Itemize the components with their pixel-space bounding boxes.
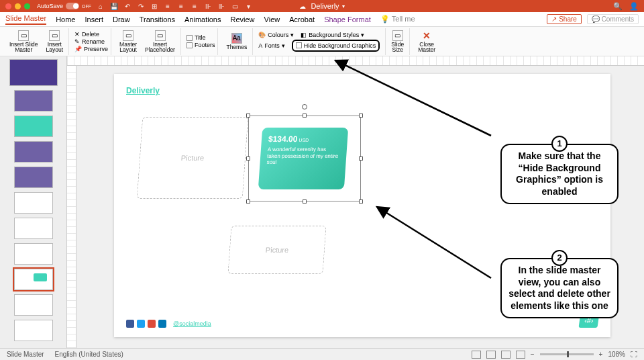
tab-review[interactable]: Review bbox=[230, 15, 254, 24]
callout-2-text: In the slide master view, you can also s… bbox=[508, 265, 610, 311]
normal-view-button[interactable] bbox=[472, 351, 481, 359]
document-title: Deliverly ▾ bbox=[299, 2, 344, 10]
title-checkbox[interactable]: Title bbox=[186, 34, 215, 41]
colours-dropdown[interactable]: 🎨Colours ▾ bbox=[258, 32, 294, 38]
close-window-icon[interactable] bbox=[5, 3, 11, 9]
tab-shape-format[interactable]: Shape Format bbox=[324, 15, 371, 24]
thumb-layout-selected[interactable] bbox=[14, 269, 53, 290]
tab-acrobat[interactable]: Acrobat bbox=[289, 15, 315, 24]
search-icon[interactable]: 🔍 bbox=[613, 2, 623, 11]
resize-handle-icon[interactable] bbox=[303, 199, 307, 204]
resize-handle-icon[interactable] bbox=[359, 114, 363, 118]
preserve-button[interactable]: 📌Preserve bbox=[74, 46, 108, 52]
reading-view-button[interactable] bbox=[501, 351, 511, 359]
autosave-toggle[interactable]: AutoSave OFF bbox=[37, 3, 91, 9]
callout-1-text: Make sure that the “Hide Background Grap… bbox=[516, 150, 603, 197]
insert-slide-master-button[interactable]: ▭ Insert Slide Master bbox=[7, 30, 41, 53]
fullscreen-window-icon[interactable] bbox=[24, 3, 30, 9]
picture-placeholder[interactable]: Picture bbox=[227, 226, 326, 274]
thumb-layout[interactable] bbox=[14, 90, 53, 111]
redo-icon[interactable]: ↷ bbox=[137, 2, 145, 10]
close-master-label: Close Master bbox=[418, 42, 435, 53]
themes-label: Themes bbox=[226, 44, 247, 50]
zoom-in-button[interactable]: + bbox=[599, 351, 603, 358]
thumb-layout[interactable] bbox=[14, 320, 53, 341]
tab-draw[interactable]: Draw bbox=[113, 15, 130, 24]
close-master-button[interactable]: ✕ Close Master bbox=[415, 30, 438, 53]
tab-view[interactable]: View bbox=[264, 15, 280, 24]
thumb-layout[interactable] bbox=[14, 116, 53, 137]
insert-placeholder-icon: ▭ bbox=[155, 30, 166, 41]
save-icon[interactable]: 💾 bbox=[110, 2, 118, 10]
thumb-layout[interactable] bbox=[14, 192, 53, 214]
distribute-v-icon[interactable]: ⊪ bbox=[217, 2, 225, 10]
insert-layout-label: Insert Layout bbox=[46, 42, 64, 53]
sorter-view-button[interactable] bbox=[486, 351, 496, 359]
align-bottom-icon[interactable]: ≡ bbox=[191, 2, 199, 10]
social-handle[interactable]: @socialmedia bbox=[173, 320, 211, 327]
zoom-level[interactable]: 108% bbox=[608, 351, 625, 358]
footers-checkbox[interactable]: Footers bbox=[186, 42, 215, 48]
home-icon[interactable]: ⌂ bbox=[97, 2, 105, 10]
tell-me-search[interactable]: 💡 Tell me bbox=[380, 15, 415, 24]
hide-background-graphics-checkbox[interactable]: Hide Background Graphics bbox=[292, 40, 380, 52]
fonts-dropdown[interactable]: AFonts ▾ bbox=[258, 42, 285, 49]
title-dropdown-icon[interactable]: ▾ bbox=[342, 3, 345, 9]
rename-button[interactable]: ✎Rename bbox=[74, 38, 108, 45]
googleplus-icon[interactable] bbox=[148, 320, 156, 328]
rotate-handle-icon[interactable] bbox=[302, 104, 307, 109]
facebook-icon[interactable] bbox=[126, 320, 134, 328]
minimize-window-icon[interactable] bbox=[15, 3, 21, 9]
close-master-icon: ✕ bbox=[423, 30, 431, 41]
resize-handle-icon[interactable] bbox=[303, 114, 307, 118]
resize-handle-icon[interactable] bbox=[246, 199, 250, 204]
twitter-icon[interactable] bbox=[137, 320, 145, 328]
thumb-layout[interactable] bbox=[14, 141, 53, 163]
fit-window-button[interactable]: ⛶ bbox=[631, 351, 637, 358]
account-icon[interactable]: 👤 bbox=[629, 2, 639, 11]
align-center-icon[interactable]: ≡ bbox=[177, 2, 185, 10]
logo-text[interactable]: Deliverly bbox=[126, 86, 160, 95]
autosave-switch-icon[interactable] bbox=[66, 3, 79, 9]
distribute-h-icon[interactable]: ⊪ bbox=[204, 2, 212, 10]
zoom-out-button[interactable]: − bbox=[531, 351, 535, 358]
slideshow-view-button[interactable] bbox=[516, 351, 525, 359]
thumb-layout[interactable] bbox=[14, 218, 53, 239]
delete-button[interactable]: ✕Delete bbox=[74, 31, 108, 38]
zoom-slider[interactable] bbox=[540, 353, 594, 355]
more-icon[interactable]: ▾ bbox=[244, 2, 252, 10]
master-layout-button[interactable]: ▭ Master Layout bbox=[117, 30, 140, 53]
tab-slide-master[interactable]: Slide Master bbox=[5, 14, 46, 25]
selection-frame[interactable] bbox=[248, 116, 361, 201]
resize-handle-icon[interactable] bbox=[359, 156, 363, 161]
thumb-layout[interactable] bbox=[14, 167, 53, 188]
filename-label: Deliverly bbox=[311, 2, 339, 10]
bg-styles-dropdown[interactable]: ◧Background Styles ▾ bbox=[301, 32, 364, 38]
thumbnail-panel[interactable] bbox=[0, 56, 67, 348]
share-button[interactable]: ↗ Share bbox=[547, 14, 581, 24]
group-icon[interactable]: ▭ bbox=[231, 2, 239, 10]
thumb-layout[interactable] bbox=[14, 243, 53, 265]
linkedin-icon[interactable] bbox=[158, 320, 166, 328]
insert-layout-button[interactable]: ▭ Insert Layout bbox=[44, 30, 66, 53]
undo-icon[interactable]: ↶ bbox=[123, 2, 131, 10]
tab-transitions[interactable]: Transitions bbox=[140, 15, 175, 24]
resize-handle-icon[interactable] bbox=[359, 199, 363, 204]
checkbox-icon bbox=[186, 35, 193, 41]
tab-animations[interactable]: Animations bbox=[184, 15, 221, 24]
ribbon-group-size: ▭ Slide Size bbox=[385, 28, 410, 55]
thumb-master[interactable] bbox=[9, 59, 58, 86]
tab-home[interactable]: Home bbox=[56, 15, 75, 24]
status-language[interactable]: English (United States) bbox=[55, 351, 123, 358]
arrange-icon[interactable]: ⊞ bbox=[150, 2, 158, 10]
resize-handle-icon[interactable] bbox=[246, 156, 250, 161]
resize-handle-icon[interactable] bbox=[246, 114, 250, 118]
picture-placeholder[interactable]: Picture bbox=[137, 117, 249, 199]
thumb-layout[interactable] bbox=[14, 294, 53, 316]
align-left-icon[interactable]: ≡ bbox=[164, 2, 172, 10]
tab-insert[interactable]: Insert bbox=[85, 15, 103, 24]
insert-placeholder-button[interactable]: ▭ Insert Placeholder bbox=[142, 30, 178, 53]
themes-button[interactable]: Aa Themes bbox=[223, 33, 250, 50]
slide-size-button[interactable]: ▭ Slide Size bbox=[388, 30, 407, 53]
comments-button[interactable]: 💬 Comments bbox=[587, 14, 639, 24]
